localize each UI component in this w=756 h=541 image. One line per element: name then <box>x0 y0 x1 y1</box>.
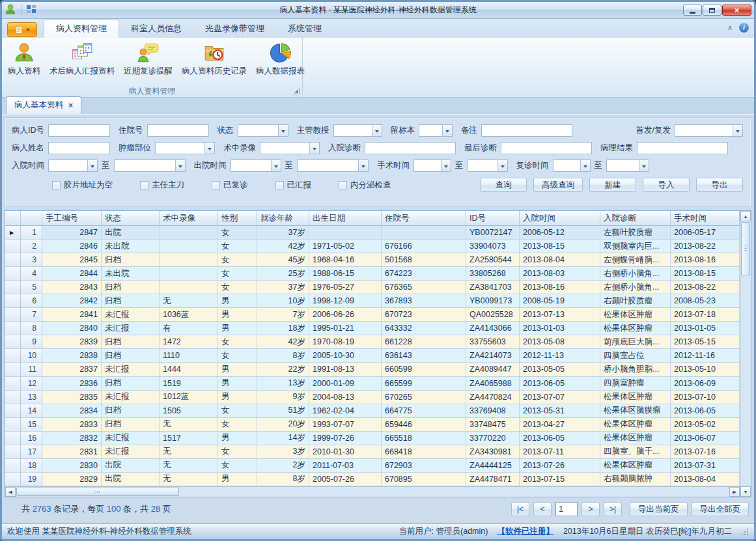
grid-cell[interactable]: 2013-06-05 <box>520 377 600 391</box>
query-button[interactable]: 查询 <box>480 178 527 192</box>
grid-cell[interactable]: 女 <box>218 253 257 267</box>
row-selector[interactable] <box>5 253 21 267</box>
row-selector[interactable] <box>5 473 21 486</box>
grid-cell[interactable]: 37岁 <box>257 281 309 294</box>
grid-cell[interactable]: 松果体区肿瘤 <box>600 322 671 335</box>
grid-cell[interactable]: 归档 <box>102 349 160 363</box>
horizontal-scroll-track[interactable] <box>179 487 729 497</box>
admit-date-from-combo[interactable] <box>48 160 98 172</box>
row-selector[interactable] <box>5 459 21 473</box>
registered-link[interactable]: 【软件已注册】 <box>497 526 554 537</box>
grid-cell[interactable]: 659446 <box>382 418 466 432</box>
grid-cell[interactable]: 2013-06-09 <box>671 377 740 391</box>
grid-cell[interactable]: 20岁 <box>257 418 309 432</box>
grid-cell[interactable]: 2013-05-31 <box>520 404 600 418</box>
grid-cell[interactable]: 1999-07-26 <box>309 432 382 445</box>
grid-cell[interactable]: 33769408 <box>466 404 520 418</box>
grid-cell[interactable]: 2012-11-16 <box>671 349 740 363</box>
revisit-date-to-combo[interactable] <box>606 160 649 172</box>
grid-cell[interactable]: 33904073 <box>466 240 520 253</box>
grid-cell[interactable]: 2845 <box>42 253 102 267</box>
maximize-button[interactable] <box>703 5 721 16</box>
scroll-right-icon[interactable]: ▶ <box>729 487 740 497</box>
grid-cell[interactable]: 出院 <box>102 226 160 240</box>
checkbox-endocrine-exam[interactable]: 内分泌检查 <box>339 180 391 191</box>
grid-cell[interactable]: 女 <box>218 335 257 349</box>
app-logo-icon[interactable] <box>5 3 16 18</box>
grid-cell[interactable]: QA0025528 <box>466 308 520 322</box>
grid-cell[interactable] <box>160 267 218 281</box>
grid-cell[interactable]: 2013-07-16 <box>671 445 740 459</box>
grid-cell[interactable]: YB0072147 <box>466 226 520 240</box>
final-diagnosis-input[interactable] <box>501 142 592 154</box>
grid-cell[interactable]: 18岁 <box>257 322 309 335</box>
grid-cell[interactable]: 1995-01-21 <box>309 322 382 335</box>
grid-cell[interactable]: 未出院 <box>102 240 160 253</box>
row-number[interactable]: 7 <box>21 308 42 322</box>
ribbon-tab-patient-management[interactable]: 病人资料管理 <box>44 20 119 38</box>
row-number[interactable]: 1 <box>21 226 42 240</box>
ribbon-collapse-icon[interactable]: ∧ <box>727 23 733 32</box>
grid-cell[interactable]: 661228 <box>382 335 466 349</box>
grid-cell[interactable]: 2840 <box>42 322 102 335</box>
grid-row[interactable]: 112837未汇报1444男22岁1991-08-13660599ZA40894… <box>5 363 740 376</box>
first-page-button[interactable]: |< <box>511 502 529 516</box>
grid-cell[interactable]: 无 <box>160 418 218 432</box>
grid-row[interactable]: 22846未出院女42岁1971-05-02676166339040732013… <box>5 240 740 253</box>
row-selector[interactable] <box>5 335 21 349</box>
grid-cell[interactable]: 670265 <box>382 391 466 404</box>
chevron-down-icon[interactable] <box>175 160 185 171</box>
prev-page-button[interactable]: < <box>533 502 552 516</box>
export-all-pages-button[interactable]: 导出全部页 <box>692 502 749 516</box>
grid-cell[interactable]: 2013-05-15 <box>671 335 740 349</box>
row-selector[interactable]: ▶ <box>5 226 21 240</box>
grid-cell[interactable]: 2岁 <box>257 459 309 473</box>
grid-cell[interactable]: YB0099173 <box>466 294 520 308</box>
grid-cell[interactable] <box>160 226 218 240</box>
grid-cell[interactable]: 1970-08-19 <box>309 335 382 349</box>
grid-cell[interactable]: 2013-06-05 <box>520 432 600 445</box>
chevron-down-icon[interactable] <box>278 125 288 136</box>
grid-cell[interactable]: 左侧蝶骨嵴脑... <box>600 253 671 267</box>
pathology-result-input[interactable] <box>637 142 728 154</box>
patient-id-input[interactable] <box>48 124 110 137</box>
grid-cell[interactable]: 1993-07-07 <box>309 418 382 432</box>
grid-cell[interactable]: 前颅底巨大脑... <box>600 335 671 349</box>
grid-cell[interactable]: 女 <box>218 267 257 281</box>
grid-cell[interactable] <box>382 226 466 240</box>
export-current-page-button[interactable]: 导出当前页 <box>630 502 688 516</box>
grid-cell[interactable]: 2013-07-13 <box>520 308 600 322</box>
grid-cell[interactable]: 未汇报 <box>102 391 160 404</box>
discharge-date-from-combo[interactable] <box>231 160 281 172</box>
scroll-up-icon[interactable]: ▲ <box>740 211 751 221</box>
scroll-down-icon[interactable]: ▼ <box>740 486 751 497</box>
row-number[interactable]: 19 <box>21 473 42 486</box>
grid-cell[interactable]: 归档 <box>102 294 160 308</box>
grid-cell[interactable]: 1991-08-13 <box>309 363 382 376</box>
header-row-number[interactable] <box>21 211 42 226</box>
grid-cell[interactable]: 四脑室占位 <box>600 349 671 363</box>
row-number[interactable]: 4 <box>21 267 42 281</box>
ribbon-tab-staff-info[interactable]: 科室人员信息 <box>119 20 193 38</box>
chevron-down-icon[interactable] <box>580 160 590 171</box>
grid-cell[interactable]: 2013-06-07 <box>671 432 740 445</box>
grid-cell[interactable]: 501568 <box>382 253 466 267</box>
grid-cell[interactable]: 左额叶胶质瘤 <box>600 226 671 240</box>
grid-cell[interactable]: 2013-08-16 <box>520 281 600 294</box>
grid-row[interactable]: 42844未出院女25岁1988-06-15674223338052682013… <box>5 267 740 281</box>
grid-cell[interactable] <box>160 281 218 294</box>
chevron-down-icon[interactable] <box>358 160 368 171</box>
grid-cell[interactable]: 四脑室肿瘤 <box>600 377 671 391</box>
grid-cell[interactable]: 2013-08-22 <box>671 240 740 253</box>
grid-cell[interactable]: 2830 <box>42 459 102 473</box>
grid-cell[interactable]: 2013-01-05 <box>671 322 740 335</box>
specimen-combo[interactable] <box>419 124 453 137</box>
grid-cell[interactable]: 2010-01-30 <box>309 445 382 459</box>
grid-cell[interactable]: 归档 <box>102 404 160 418</box>
chevron-down-icon[interactable] <box>372 125 382 136</box>
grid-cell[interactable]: 女 <box>218 418 257 432</box>
grid-cell[interactable]: 45岁 <box>257 253 309 267</box>
grid-cell[interactable]: 2005-07-26 <box>309 473 382 486</box>
chevron-down-icon[interactable] <box>204 143 214 154</box>
chevron-down-icon[interactable] <box>639 160 649 171</box>
